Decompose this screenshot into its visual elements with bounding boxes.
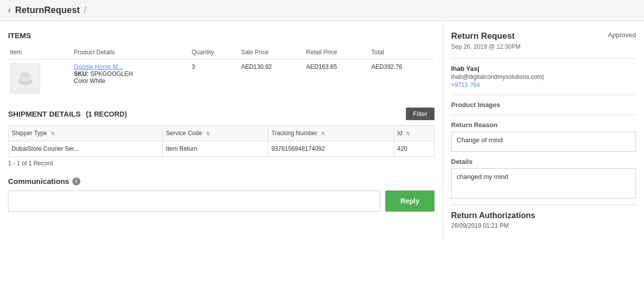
shipment-table: Shipper Type ⇅ Service Code ⇅ Tracking N… xyxy=(8,125,435,157)
product-color: Color White xyxy=(74,77,187,84)
sku-value: SPKGOOGLEH xyxy=(90,70,133,77)
reply-button[interactable]: Reply xyxy=(385,190,435,212)
left-panel: ITEMS Item Product Details Quantity Sale… xyxy=(0,21,443,239)
product-image xyxy=(10,63,40,93)
service-code-cell: Item Return xyxy=(163,141,268,157)
col-retail-price: Retail Price xyxy=(304,46,370,59)
shipment-section-title: Shipment Details (1 Record) xyxy=(8,110,127,118)
page-title: ReturnRequest xyxy=(15,5,80,16)
details-label: Details xyxy=(451,158,636,165)
shipper-type-cell: DubaiStore Courier Ser... xyxy=(9,141,163,157)
col-total: Total xyxy=(369,46,435,59)
back-button[interactable]: ‹ xyxy=(8,5,11,16)
item-product-details: Google Home M... SKU: SPKGOOGLEH Color W… xyxy=(72,59,189,98)
rp-divider-4 xyxy=(451,205,636,205)
items-table: Item Product Details Quantity Sale Price… xyxy=(8,46,435,98)
rp-header: Return Request Approved xyxy=(451,31,636,41)
col-id: Id ⇅ xyxy=(394,126,434,141)
item-image-cell xyxy=(8,59,72,98)
col-tracking-number: Tracking Number ⇅ xyxy=(268,126,394,141)
customer-email: ihab@digitalcondmysolutions.com| xyxy=(451,73,636,80)
return-auth-title: Return Authorizations xyxy=(451,211,636,220)
tracking-number-cell: 9376156948174092 xyxy=(268,141,394,157)
rp-title: Return Request xyxy=(451,31,515,41)
breadcrumb-separator: / xyxy=(84,5,86,16)
col-service-code: Service Code ⇅ xyxy=(163,126,268,141)
sort-icon-shipper[interactable]: ⇅ xyxy=(51,131,55,136)
rp-divider-1 xyxy=(451,58,636,59)
shipment-header: Shipment Details (1 Record) Filter xyxy=(8,108,435,120)
item-sale-price: AED130.92 xyxy=(239,59,304,98)
rp-status: Approved xyxy=(608,31,636,39)
communications-title: Communications i xyxy=(8,177,435,185)
product-sku: SKU: SPKGOOGLEH xyxy=(74,70,187,77)
sku-label: SKU: xyxy=(74,70,88,77)
sort-icon-tracking[interactable]: ⇅ xyxy=(321,131,325,136)
product-image-icon xyxy=(15,68,35,88)
col-item: Item xyxy=(8,46,72,59)
product-name-link[interactable]: Google Home M... xyxy=(74,63,187,70)
right-panel: Return Request Approved Sep 26, 2019 @ 1… xyxy=(443,21,644,239)
customer-name: Ihab Yas| xyxy=(451,65,636,72)
id-cell: 420 xyxy=(394,141,434,157)
rp-divider-3 xyxy=(451,115,636,115)
product-images-label: Product Images xyxy=(451,101,636,109)
return-reason-label: Return Reason xyxy=(451,121,636,129)
customer-phone[interactable]: +9715 ?64 xyxy=(451,81,636,88)
rp-date: Sep 26, 2019 @ 12:30PM xyxy=(451,43,636,50)
return-reason-field: Change of mind xyxy=(451,132,636,152)
col-quantity: Quantity xyxy=(189,46,239,59)
main-layout: ITEMS Item Product Details Quantity Sale… xyxy=(0,21,644,239)
col-shipper-type: Shipper Type ⇅ xyxy=(9,126,163,141)
item-retail-price: AED163.65 xyxy=(304,59,370,98)
communications-input[interactable] xyxy=(8,190,380,212)
details-field: changed my mind xyxy=(451,168,636,199)
col-product-details: Product Details xyxy=(72,46,189,59)
shipment-row: DubaiStore Courier Ser... Item Return 93… xyxy=(9,141,435,157)
info-icon[interactable]: i xyxy=(72,177,80,185)
items-section-title: ITEMS xyxy=(8,31,435,40)
item-total: AED392.76 xyxy=(369,59,435,98)
communications-section: Communications i Reply xyxy=(8,177,435,212)
svg-point-2 xyxy=(20,72,30,76)
filter-button[interactable]: Filter xyxy=(406,108,435,120)
sort-icon-service[interactable]: ⇅ xyxy=(206,131,210,136)
color-label: Color xyxy=(74,77,88,84)
sort-icon-id[interactable]: ⇅ xyxy=(406,131,410,136)
color-value: White xyxy=(90,77,105,84)
item-quantity: 3 xyxy=(189,59,239,98)
col-sale-price: Sale Price xyxy=(239,46,304,59)
table-row: Google Home M... SKU: SPKGOOGLEH Color W… xyxy=(8,59,435,98)
records-count: 1 - 1 of 1 Record xyxy=(8,160,435,167)
header: ‹ ReturnRequest / xyxy=(0,0,644,21)
return-auth-date: 26/09/2019 01:21 PM xyxy=(451,222,636,229)
rp-divider-2 xyxy=(451,94,636,95)
comm-input-row: Reply xyxy=(8,190,435,212)
